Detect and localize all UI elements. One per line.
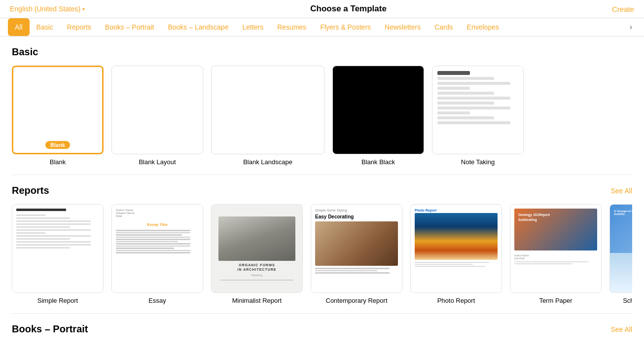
e-line-1	[116, 230, 190, 231]
term-thumb-content: Geology 101ReportSublicating Author Name…	[510, 205, 601, 292]
contemporary-header-text: Simple Home Styling	[315, 209, 398, 212]
e-line-7	[116, 243, 190, 245]
reports-see-all[interactable]: See All	[610, 187, 632, 195]
p-line-1	[415, 262, 489, 263]
tab-all[interactable]: All	[8, 18, 30, 36]
r-line-10	[16, 241, 91, 243]
e-line-9	[116, 248, 174, 249]
template-blank-layout-label: Blank Layout	[139, 158, 176, 166]
nav-more-arrow[interactable]: ›	[626, 19, 636, 36]
minimalist-line	[220, 280, 293, 281]
template-note-taking[interactable]: Note Taking	[432, 66, 524, 166]
t-line-2	[514, 263, 572, 264]
r-line-5	[16, 226, 70, 228]
template-school-report[interactable]: A Voyage to th...Subtitle School R…	[609, 204, 632, 304]
t-line-1	[514, 261, 589, 262]
template-photo-report-thumb: Photo Report	[410, 204, 502, 293]
language-label: English (United States)	[10, 5, 80, 13]
school-thumb-content: A Voyage to th...Subtitle	[610, 205, 632, 292]
template-simple-report-label: Simple Report	[37, 297, 78, 304]
tab-newsletters[interactable]: Newsletters	[378, 18, 428, 36]
basic-template-grid: Blank Blank Blank Layout Blank Landscape…	[12, 66, 632, 166]
template-essay-label: Essay	[148, 297, 166, 304]
tab-basic[interactable]: Basic	[30, 18, 60, 36]
e-line-3	[116, 234, 182, 236]
template-blank[interactable]: Blank Blank	[12, 66, 104, 166]
tab-books-portrait[interactable]: Books – Portrait	[98, 18, 161, 36]
books-portrait-see-all[interactable]: See All	[610, 325, 632, 333]
tab-books-landscape[interactable]: Books – Landscape	[161, 18, 235, 36]
e-line-2	[116, 232, 190, 234]
r-line-4	[16, 223, 91, 225]
r-line-7	[16, 232, 45, 234]
template-blank-layout-thumb	[111, 66, 203, 154]
essay-thumb-content: Author NameSubject NameDate Essay Title	[112, 205, 203, 292]
section-reports-title: Reports	[12, 185, 49, 196]
r-line-8	[16, 235, 91, 237]
template-blank-black-thumb	[332, 66, 424, 154]
r-line-6	[16, 229, 91, 231]
section-basic-title: Basic	[12, 46, 38, 58]
language-selector[interactable]: English (United States) ▾	[10, 5, 85, 13]
term-title-text: Geology 101ReportSublicating	[518, 213, 593, 222]
template-blank-layout[interactable]: Blank Layout	[111, 66, 203, 166]
template-photo-report-label: Photo Report	[437, 297, 475, 304]
minimalist-arch-img	[218, 216, 295, 261]
template-minimalist-report[interactable]: ORGANIC FORMSIN ARCHITECTURE Heading Min…	[211, 204, 303, 304]
r-line-2	[16, 217, 70, 219]
photo-header-text: Photo Report	[415, 209, 498, 212]
e-line-6	[116, 241, 178, 243]
note-line-5	[437, 92, 494, 95]
photo-img	[415, 213, 498, 260]
template-simple-report-thumb	[12, 204, 104, 293]
tab-reports[interactable]: Reports	[60, 18, 98, 36]
p-line-2	[415, 264, 473, 265]
template-minimalist-report-label: Minimalist Report	[232, 297, 282, 304]
tab-flyers-posters[interactable]: Flyers & Posters	[313, 18, 378, 36]
section-reports: Reports See All	[0, 175, 644, 309]
school-title-text: A Voyage to th...Subtitle	[614, 210, 632, 215]
template-photo-report[interactable]: Photo Report Photo Report	[410, 204, 502, 304]
note-line-3	[437, 82, 510, 85]
contemporary-big-title-text: Easy Decorating	[315, 214, 398, 219]
note-line-6	[437, 97, 510, 100]
template-blank-black[interactable]: Blank Black	[332, 66, 424, 166]
e-line-11	[116, 252, 190, 253]
r-line-12	[16, 247, 70, 249]
tab-envelopes[interactable]: Envelopes	[460, 18, 506, 36]
essay-author: Author NameSubject NameDate	[116, 209, 199, 217]
minimalist-thumb-content: ORGANIC FORMSIN ARCHITECTURE Heading	[212, 205, 302, 292]
template-essay[interactable]: Author NameSubject NameDate Essay Title	[111, 204, 203, 304]
essay-title-text: Essay Title	[116, 222, 199, 227]
term-lines	[514, 261, 597, 264]
template-contemporary-report[interactable]: Simple Home Styling Easy Decorating Cont…	[311, 204, 402, 304]
page-title: Choose a Template	[310, 4, 387, 14]
r-line-9	[16, 238, 70, 240]
template-term-paper-label: Term Paper	[539, 297, 572, 304]
c-line-1	[315, 268, 390, 269]
template-blank-landscape[interactable]: Blank Landscape	[211, 66, 324, 166]
note-line-7	[437, 102, 494, 105]
report-thumb-content	[12, 205, 103, 292]
tab-letters[interactable]: Letters	[235, 18, 270, 36]
section-basic: Basic Blank Blank Blank Layout Blank Lan…	[0, 36, 644, 171]
tab-resumes[interactable]: Resumes	[270, 18, 313, 36]
tab-cards[interactable]: Cards	[428, 18, 460, 36]
language-chevron: ▾	[82, 6, 85, 12]
template-term-paper[interactable]: Geology 101ReportSublicating Author Name…	[510, 204, 602, 304]
term-author: Author NameFall 2019	[514, 254, 597, 260]
template-simple-report[interactable]: Simple Report	[12, 204, 104, 304]
contemporary-thumb-content: Simple Home Styling Easy Decorating	[311, 205, 402, 292]
template-essay-thumb: Author NameSubject NameDate Essay Title	[111, 204, 203, 293]
template-school-report-thumb: A Voyage to th...Subtitle	[609, 204, 632, 293]
term-img: Geology 101ReportSublicating	[514, 209, 597, 250]
section-basic-header: Basic	[12, 46, 632, 58]
contemporary-img	[315, 221, 398, 266]
create-button[interactable]: Create	[612, 5, 634, 13]
r-line-3	[16, 220, 91, 222]
header: English (United States) ▾ Choose a Templ…	[0, 0, 644, 18]
template-blank-thumb: Blank	[12, 66, 104, 154]
note-line-4	[437, 87, 470, 90]
p-line-3	[415, 266, 485, 267]
e-line-8	[116, 246, 190, 247]
